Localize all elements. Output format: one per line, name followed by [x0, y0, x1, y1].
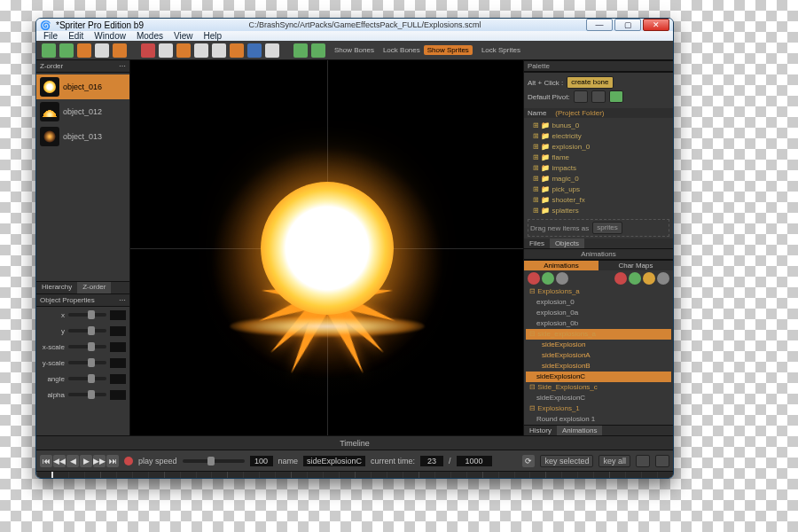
- playhead[interactable]: [51, 472, 53, 479]
- key-all-button[interactable]: key all: [598, 455, 630, 467]
- tool-d-icon[interactable]: [265, 43, 279, 58]
- animation-item[interactable]: ⊟ side_explosions_a: [526, 329, 671, 340]
- play-speed-value[interactable]: 100: [250, 456, 273, 466]
- tree-folder[interactable]: impacts: [524, 163, 673, 174]
- asset-tree[interactable]: bunus_0electricityexplosion_0flameimpact…: [524, 120, 673, 217]
- animation-item[interactable]: ⊟ Explosions_a: [526, 286, 671, 297]
- prop-slider[interactable]: [68, 313, 106, 317]
- maximize-button[interactable]: ▢: [614, 19, 641, 31]
- next-frame-button[interactable]: ▶▶: [93, 455, 106, 467]
- animation-item[interactable]: explosion_0b: [526, 318, 671, 329]
- zorder-item[interactable]: object_012: [36, 99, 129, 124]
- undo-icon[interactable]: [42, 43, 56, 58]
- total-time-field[interactable]: 1000: [457, 456, 492, 466]
- drag-mode-sprites[interactable]: sprites: [592, 222, 622, 234]
- prop-value[interactable]: [110, 390, 126, 400]
- animation-item[interactable]: Round explosion 1: [526, 414, 671, 425]
- anim-more-icon[interactable]: [657, 272, 669, 285]
- minimize-button[interactable]: —: [586, 19, 613, 31]
- cut-icon[interactable]: [194, 43, 208, 58]
- delete-icon[interactable]: [141, 43, 155, 58]
- lock-bones-toggle[interactable]: Lock Bones: [383, 46, 420, 54]
- menu-view[interactable]: View: [174, 31, 193, 41]
- show-bones-toggle[interactable]: Show Bones: [334, 46, 374, 54]
- anim-copy-icon[interactable]: [556, 272, 568, 285]
- animation-item[interactable]: sideExplosion: [526, 340, 671, 350]
- tool-c-icon[interactable]: [247, 43, 262, 58]
- prop-slider[interactable]: [68, 361, 106, 364]
- open-icon[interactable]: [95, 43, 109, 58]
- last-frame-button[interactable]: ⏭: [106, 455, 119, 467]
- repeat-button[interactable]: ⟳: [522, 455, 535, 467]
- prop-slider[interactable]: [68, 345, 106, 348]
- tree-folder[interactable]: explosion_0: [524, 142, 673, 153]
- menu-modes[interactable]: Modes: [137, 31, 163, 41]
- tab-files[interactable]: Files: [524, 239, 550, 248]
- tab-animations[interactable]: Animations: [524, 261, 598, 270]
- prop-slider[interactable]: [68, 329, 106, 332]
- prop-value[interactable]: [110, 326, 126, 336]
- animation-item[interactable]: sideExplosionA: [526, 350, 671, 361]
- prop-value[interactable]: [110, 374, 126, 384]
- current-time-field[interactable]: 23: [420, 456, 443, 466]
- tool-b-icon[interactable]: [230, 43, 244, 58]
- animation-item[interactable]: sideExplosionB: [526, 361, 671, 372]
- tree-folder[interactable]: flame: [524, 153, 673, 163]
- play-speed-slider[interactable]: [183, 459, 245, 463]
- tree-folder[interactable]: electricity: [524, 131, 673, 142]
- tab-charmaps[interactable]: Char Maps: [598, 261, 673, 270]
- tree-file[interactable]: Explosions.scml_000.png: [524, 216, 673, 217]
- show-sprites-toggle[interactable]: Show Sprites: [424, 45, 473, 55]
- menu-file[interactable]: File: [43, 31, 58, 41]
- tab-objects[interactable]: Objects: [550, 239, 584, 248]
- tree-folder[interactable]: splatters: [524, 206, 673, 216]
- anim-dup-icon[interactable]: [643, 272, 655, 285]
- zorder-item[interactable]: object_016: [36, 74, 129, 99]
- tab-animations-bottom[interactable]: Animations: [557, 426, 603, 435]
- animation-item[interactable]: ⊟ Side_Explosions_c: [526, 382, 671, 393]
- pivot-refresh-button[interactable]: [609, 90, 623, 103]
- animation-item[interactable]: explosion_0: [526, 297, 671, 308]
- anim-name-field[interactable]: sideExplosionC: [303, 456, 365, 466]
- paste-icon[interactable]: [176, 43, 191, 58]
- pivot-b-button[interactable]: [591, 90, 606, 103]
- tab-history[interactable]: History: [524, 426, 557, 435]
- animation-item[interactable]: sideExplosionC: [526, 393, 671, 403]
- tree-folder[interactable]: pick_ups: [524, 184, 673, 195]
- prop-value[interactable]: [110, 310, 126, 320]
- anim-add-icon[interactable]: [542, 272, 554, 285]
- tab-hierarchy[interactable]: Hierarchy: [36, 282, 77, 293]
- animation-list[interactable]: ⊟ Explosions_aexplosion_0explosion_0aexp…: [524, 286, 673, 425]
- animation-item[interactable]: ⊟ Explosions_1: [526, 403, 671, 414]
- prop-slider[interactable]: [68, 393, 106, 396]
- viewport[interactable]: [130, 60, 524, 435]
- lock-sprites-toggle[interactable]: Lock Sprites: [481, 46, 520, 54]
- create-bone-button[interactable]: create bone: [567, 76, 613, 89]
- zorder-item[interactable]: object_013: [36, 124, 129, 149]
- anim-add2-icon[interactable]: [629, 272, 641, 285]
- prop-value[interactable]: [110, 358, 126, 368]
- record-button[interactable]: [124, 457, 133, 466]
- prev-frame-button[interactable]: ◀◀: [53, 455, 66, 467]
- menu-window[interactable]: Window: [94, 31, 126, 41]
- timeline-ruler[interactable]: [36, 471, 673, 479]
- tree-folder[interactable]: bunus_0: [524, 121, 673, 131]
- menu-edit[interactable]: Edit: [68, 31, 83, 41]
- tree-folder[interactable]: magic_0: [524, 174, 673, 184]
- titlebar[interactable]: 🌀 *Spriter Pro Edition b9 C:/BrashSync/A…: [36, 19, 673, 31]
- grid-icon[interactable]: [311, 43, 325, 58]
- timeline-opt-a[interactable]: [636, 455, 650, 467]
- first-frame-button[interactable]: ⏮: [40, 455, 52, 467]
- anim-delete-icon[interactable]: [528, 272, 540, 285]
- animation-item[interactable]: sideExplosionC: [526, 372, 671, 382]
- prop-slider[interactable]: [68, 377, 106, 380]
- close-button[interactable]: ✕: [643, 19, 669, 31]
- tool-a-icon[interactable]: [212, 43, 226, 58]
- menu-help[interactable]: Help: [203, 31, 222, 41]
- snap-icon[interactable]: [293, 43, 308, 58]
- animation-item[interactable]: explosion_0a: [526, 308, 671, 318]
- timeline-opt-b[interactable]: [655, 455, 669, 467]
- new-icon[interactable]: [77, 43, 91, 58]
- copy-icon[interactable]: [159, 43, 173, 58]
- play-back-button[interactable]: ◀: [66, 455, 79, 467]
